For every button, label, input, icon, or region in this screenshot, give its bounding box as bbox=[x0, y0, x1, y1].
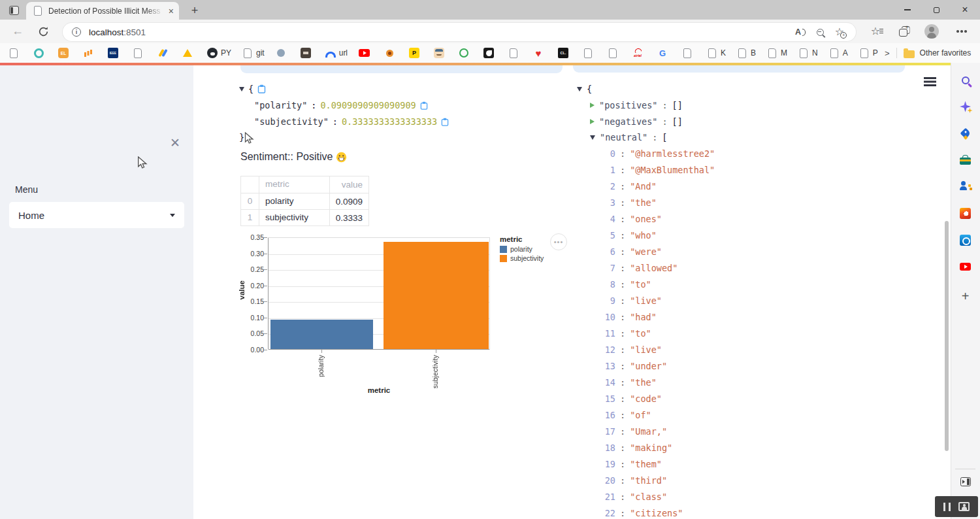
text-area-left-partial[interactable] bbox=[240, 65, 563, 73]
bookmark-item[interactable] bbox=[157, 48, 171, 58]
edge-games-button[interactable] bbox=[951, 174, 979, 197]
bookmark-item[interactable] bbox=[533, 48, 547, 58]
edge-office-button[interactable] bbox=[951, 201, 979, 225]
bookmark-item[interactable] bbox=[83, 48, 97, 58]
bookmark-item[interactable] bbox=[657, 48, 671, 58]
bookmark-item[interactable]: A bbox=[829, 48, 848, 58]
games-icon bbox=[960, 181, 972, 191]
bookmark-item[interactable] bbox=[182, 48, 196, 58]
restore-button[interactable] bbox=[923, 0, 950, 20]
copy-json-icon[interactable] bbox=[257, 84, 266, 93]
url-port: :8501 bbox=[123, 27, 146, 37]
bookmark-item[interactable] bbox=[301, 48, 314, 58]
bookmark-item[interactable]: M bbox=[767, 48, 787, 58]
picture-in-picture-icon[interactable] bbox=[958, 502, 970, 511]
bookmark-item[interactable] bbox=[33, 48, 47, 58]
settings-menu-button[interactable] bbox=[951, 22, 972, 41]
tab-actions-button[interactable] bbox=[7, 5, 21, 16]
bookmark-item[interactable]: N bbox=[798, 48, 818, 58]
other-favorites-label[interactable]: Other favorites bbox=[920, 48, 972, 58]
browser-tab[interactable]: Detection of Possible Illicit Mess × bbox=[26, 2, 179, 20]
page-scrollbar[interactable] bbox=[945, 221, 949, 451]
tree-item-row: 12 : "live" bbox=[600, 343, 662, 356]
bookmark-item[interactable] bbox=[409, 48, 423, 58]
restore-icon bbox=[934, 7, 939, 13]
bookmark-item[interactable] bbox=[508, 48, 522, 58]
bookmark-item[interactable]: url bbox=[325, 48, 348, 58]
office-icon bbox=[960, 208, 971, 219]
tree-item-row: 13 : "under" bbox=[600, 360, 667, 373]
plus-icon: + bbox=[962, 289, 970, 304]
copy-value-icon[interactable] bbox=[441, 118, 449, 126]
bookmark-item[interactable] bbox=[359, 49, 373, 57]
address-bar[interactable]: localhost:8501 A ☆ bbox=[63, 23, 856, 41]
read-aloud-button[interactable]: A bbox=[791, 24, 810, 40]
zoom-out-button[interactable] bbox=[810, 24, 830, 40]
edge-shopping-button[interactable] bbox=[951, 122, 979, 145]
outlook-icon bbox=[960, 235, 971, 246]
bookmark-item[interactable] bbox=[108, 48, 122, 58]
bookmark-item[interactable] bbox=[276, 48, 289, 58]
tab-close-icon[interactable]: × bbox=[169, 7, 174, 16]
site-info-icon[interactable] bbox=[72, 27, 81, 37]
edge-search-button[interactable] bbox=[951, 69, 979, 92]
bookmark-item[interactable]: B bbox=[737, 48, 756, 58]
text-area-right-partial[interactable] bbox=[573, 65, 905, 73]
bookmark-item[interactable] bbox=[558, 48, 572, 58]
edge-outlook-button[interactable] bbox=[951, 228, 979, 252]
url-text[interactable]: localhost:8501 bbox=[89, 27, 791, 37]
google-ads-icon bbox=[157, 48, 168, 58]
add-favorite-button[interactable]: ☆ bbox=[830, 24, 849, 40]
expand-triangle-icon[interactable] bbox=[590, 103, 595, 108]
menu-selectbox[interactable]: Home bbox=[9, 202, 184, 228]
bookmark-item[interactable] bbox=[58, 48, 72, 58]
chart-actions-button[interactable]: ••• bbox=[550, 233, 567, 250]
expand-triangle-icon[interactable] bbox=[590, 119, 595, 124]
bookmark-item[interactable] bbox=[583, 48, 596, 58]
favorites-button[interactable]: ☆ bbox=[865, 22, 886, 41]
p-yellow-icon bbox=[409, 48, 419, 58]
collapse-triangle-icon[interactable] bbox=[239, 87, 244, 92]
bookmark-item[interactable] bbox=[483, 48, 497, 58]
bookmark-item[interactable]: K bbox=[707, 48, 726, 58]
sidebar-close-button[interactable]: ✕ bbox=[166, 133, 184, 152]
bookmark-item[interactable] bbox=[133, 48, 146, 58]
edge-tools-button[interactable] bbox=[951, 148, 979, 171]
pause-icon[interactable] bbox=[943, 503, 951, 511]
edge-youtube-button[interactable] bbox=[951, 255, 979, 278]
bar-chart: value 0.000.050.100.150.200.250.300.35 p… bbox=[235, 232, 568, 405]
edge-copilot-button[interactable] bbox=[951, 95, 979, 118]
bookmarks-list: PY git url bbox=[0, 43, 879, 63]
bookmark-item[interactable] bbox=[384, 48, 398, 58]
tree-item-row: 8 : "to" bbox=[600, 278, 651, 291]
copy-value-icon[interactable] bbox=[420, 101, 428, 110]
read-aloud-icon: A bbox=[795, 27, 806, 37]
gray-badge-icon bbox=[276, 48, 286, 58]
bookmark-item[interactable] bbox=[632, 48, 646, 58]
streamlit-main-menu-button[interactable] bbox=[919, 72, 941, 92]
tree-collapsed-row: "positives" : [] bbox=[590, 99, 683, 112]
collections-button[interactable] bbox=[892, 22, 913, 41]
bookmark-item[interactable] bbox=[434, 48, 448, 58]
bookmark-item[interactable] bbox=[682, 48, 696, 58]
collapse-triangle-icon[interactable] bbox=[590, 135, 595, 140]
bookmarks-overflow-chevron-icon[interactable]: > bbox=[885, 48, 890, 58]
profile-button[interactable] bbox=[921, 22, 942, 41]
json-open-brace: { bbox=[248, 84, 253, 94]
close-window-button[interactable]: × bbox=[951, 0, 979, 20]
edge-add-button[interactable]: + bbox=[951, 284, 979, 308]
minimize-button[interactable] bbox=[894, 0, 921, 20]
bookmark-item[interactable] bbox=[8, 48, 22, 58]
toggle-sidebar-button[interactable] bbox=[951, 470, 979, 494]
bookmark-item[interactable]: PY bbox=[207, 48, 231, 58]
bookmark-item[interactable] bbox=[459, 48, 472, 58]
new-tab-button[interactable]: + bbox=[187, 3, 203, 18]
tree-neutral-row: "neutral" : [ bbox=[590, 131, 667, 144]
bookmarks-bar: PY git url bbox=[0, 43, 980, 63]
bookmark-item[interactable]: git bbox=[242, 48, 265, 58]
bookmark-item[interactable]: P bbox=[859, 48, 878, 58]
refresh-button[interactable] bbox=[38, 26, 49, 40]
back-button[interactable]: ← bbox=[12, 24, 24, 38]
bookmark-item[interactable] bbox=[608, 48, 621, 58]
collapse-triangle-icon[interactable] bbox=[577, 87, 582, 92]
